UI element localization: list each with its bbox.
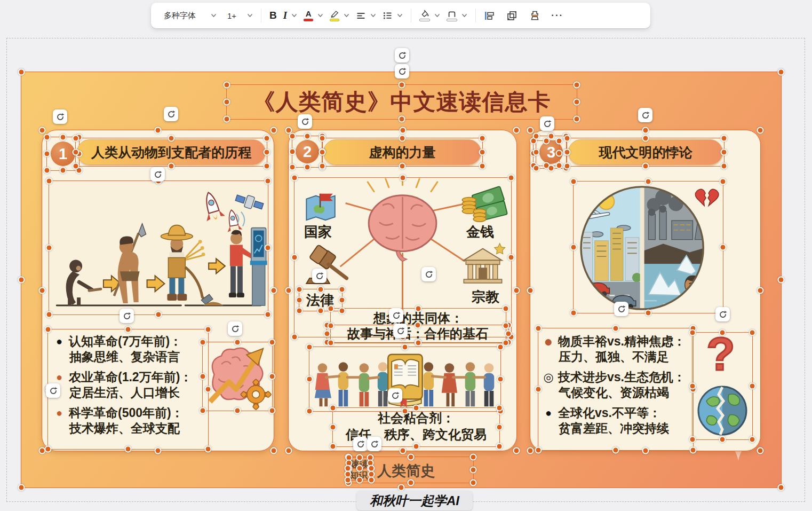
selection-handle[interactable] bbox=[285, 447, 292, 454]
selection-handle[interactable] bbox=[757, 287, 764, 294]
selection-handle[interactable] bbox=[564, 149, 571, 156]
rotate-handle[interactable] bbox=[150, 167, 165, 182]
selection-handle[interactable] bbox=[205, 446, 212, 453]
selection-handle[interactable] bbox=[535, 447, 542, 454]
column-3-number-badge[interactable]: 3 bbox=[536, 136, 567, 169]
selection-handle[interactable] bbox=[289, 133, 296, 140]
selection-handle[interactable] bbox=[330, 405, 337, 412]
selection-handle[interactable] bbox=[548, 133, 555, 140]
shape-outline-button[interactable] bbox=[443, 7, 471, 24]
bullet-list-button[interactable] bbox=[379, 8, 406, 23]
selection-handle[interactable] bbox=[645, 178, 652, 185]
selection-handle[interactable] bbox=[496, 443, 503, 450]
selection-handle[interactable] bbox=[304, 133, 311, 140]
selection-handle[interactable] bbox=[270, 447, 277, 454]
column-1-heading[interactable]: 人类从动物到支配者的历程 bbox=[75, 138, 267, 167]
selection-handle[interactable] bbox=[402, 344, 409, 351]
rotate-handle[interactable] bbox=[393, 324, 408, 338]
paragraph-align-button[interactable] bbox=[353, 8, 379, 23]
selection-handle[interactable] bbox=[319, 135, 326, 142]
selection-handle[interactable] bbox=[402, 408, 409, 415]
card-column-3[interactable]: 3 现代文明的悖论 bbox=[530, 130, 761, 451]
selection-handle[interactable] bbox=[413, 443, 420, 450]
selection-handle[interactable] bbox=[535, 325, 542, 332]
selection-handle[interactable] bbox=[689, 329, 696, 336]
rotate-handle[interactable] bbox=[46, 383, 60, 398]
font-color-button[interactable]: A bbox=[300, 7, 327, 24]
selection-handle[interactable] bbox=[269, 339, 276, 346]
question-earth-image[interactable]: ? bbox=[692, 332, 753, 440]
selection-handle[interactable] bbox=[399, 82, 405, 89]
selection-handle[interactable] bbox=[45, 326, 52, 333]
selection-handle[interactable] bbox=[296, 308, 303, 315]
rotate-handle[interactable] bbox=[388, 388, 402, 403]
selection-handle[interactable] bbox=[125, 446, 132, 453]
selection-handle[interactable] bbox=[73, 135, 79, 142]
selection-handle[interactable] bbox=[503, 305, 510, 312]
selection-handle[interactable] bbox=[270, 127, 277, 134]
card-column-2[interactable]: 2 虚构的力量 bbox=[288, 130, 517, 451]
selection-handle[interactable] bbox=[645, 310, 652, 317]
rotate-handle[interactable] bbox=[164, 107, 178, 121]
selection-handle[interactable] bbox=[508, 254, 515, 261]
selection-handle[interactable] bbox=[513, 127, 520, 134]
selection-handle[interactable] bbox=[285, 127, 292, 134]
selection-handle[interactable] bbox=[749, 329, 756, 336]
selection-handle[interactable] bbox=[44, 134, 51, 141]
selection-handle[interactable] bbox=[757, 447, 764, 454]
selection-handle[interactable] bbox=[413, 405, 420, 412]
selection-handle[interactable] bbox=[556, 162, 563, 169]
rotate-handle[interactable] bbox=[120, 309, 134, 323]
italic-button[interactable]: I bbox=[280, 7, 300, 24]
selection-handle[interactable] bbox=[399, 127, 406, 134]
selection-handle[interactable] bbox=[60, 134, 67, 141]
selection-handle[interactable] bbox=[720, 244, 727, 251]
selection-handle[interactable] bbox=[205, 386, 212, 393]
selection-handle[interactable] bbox=[306, 376, 313, 383]
selection-handle[interactable] bbox=[642, 163, 649, 170]
selection-handle[interactable] bbox=[527, 127, 534, 134]
selection-handle[interactable] bbox=[155, 447, 162, 454]
selection-handle[interactable] bbox=[39, 127, 46, 134]
rotate-handle[interactable] bbox=[353, 437, 368, 451]
selection-handle[interactable] bbox=[18, 69, 25, 76]
selection-handle[interactable] bbox=[265, 245, 272, 251]
selection-handle[interactable] bbox=[328, 305, 335, 312]
selection-handle[interactable] bbox=[508, 175, 515, 182]
arrange-order-button[interactable] bbox=[503, 7, 521, 23]
selection-handle[interactable] bbox=[479, 163, 486, 170]
selection-handle[interactable] bbox=[45, 446, 52, 453]
rotate-handle[interactable] bbox=[540, 116, 554, 131]
selection-handle[interactable] bbox=[527, 447, 534, 454]
font-family-select[interactable]: 多种字体 bbox=[161, 8, 220, 23]
selection-handle[interactable] bbox=[200, 339, 206, 346]
selection-handle[interactable] bbox=[470, 454, 477, 461]
selection-handle[interactable] bbox=[408, 479, 415, 486]
selection-handle[interactable] bbox=[168, 135, 175, 142]
selection-handle[interactable] bbox=[470, 479, 477, 486]
selection-handle[interactable] bbox=[356, 465, 363, 472]
rotate-handle[interactable] bbox=[395, 64, 409, 78]
selection-handle[interactable] bbox=[224, 82, 230, 89]
selection-handle[interactable] bbox=[719, 436, 726, 443]
selection-handle[interactable] bbox=[720, 178, 727, 185]
selection-handle[interactable] bbox=[291, 175, 298, 182]
selection-handle[interactable] bbox=[46, 245, 53, 251]
selection-handle[interactable] bbox=[513, 287, 520, 294]
selection-handle[interactable] bbox=[264, 149, 270, 156]
selection-handle[interactable] bbox=[60, 167, 67, 174]
selection-handle[interactable] bbox=[719, 329, 726, 336]
format-painter-button[interactable] bbox=[526, 7, 544, 24]
selection-handle[interactable] bbox=[556, 150, 563, 157]
selection-handle[interactable] bbox=[574, 99, 580, 106]
selection-handle[interactable] bbox=[285, 287, 292, 294]
selection-handle[interactable] bbox=[46, 178, 53, 185]
rotate-handle[interactable] bbox=[389, 308, 403, 323]
selection-handle[interactable] bbox=[721, 135, 728, 142]
selection-handle[interactable] bbox=[291, 334, 298, 341]
selection-handle[interactable] bbox=[168, 163, 175, 170]
selection-handle[interactable] bbox=[324, 331, 331, 337]
selection-handle[interactable] bbox=[291, 254, 298, 261]
selection-handle[interactable] bbox=[415, 322, 421, 329]
selection-handle[interactable] bbox=[306, 408, 313, 415]
